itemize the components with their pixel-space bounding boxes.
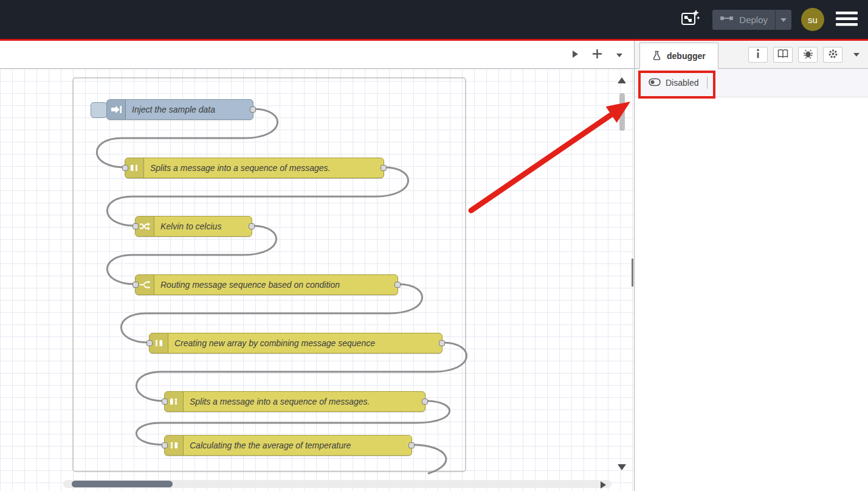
workbench: Inject the sample dataSplits a message i… — [0, 41, 868, 491]
output-port[interactable] — [408, 442, 415, 448]
deploy-button[interactable]: Deploy — [712, 10, 791, 30]
nodes-layer: Inject the sample dataSplits a message i… — [0, 69, 634, 491]
input-port[interactable] — [133, 223, 139, 229]
scroll-right-arrow-icon[interactable] — [601, 481, 606, 489]
sidebar-header: debugger — [635, 41, 868, 69]
input-port[interactable] — [146, 340, 153, 346]
tab-scroll-right-button[interactable] — [571, 49, 580, 61]
tab-debugger[interactable]: debugger — [639, 43, 718, 69]
flow-node-change[interactable]: Kelvin to celcius — [135, 216, 252, 237]
node-label: Inject the sample data — [126, 100, 253, 119]
bug-icon — [803, 49, 813, 61]
node-red-app: Deploy su Inject the sample dataSplits a… — [0, 0, 868, 491]
plus-icon — [592, 49, 602, 61]
output-port[interactable] — [422, 399, 428, 405]
book-icon — [777, 49, 788, 60]
output-port[interactable] — [250, 106, 256, 113]
settings-button[interactable] — [823, 47, 842, 63]
sidebar-options-button[interactable] — [849, 47, 864, 63]
flow-node-split[interactable]: Splits a message into a sequence of mess… — [125, 158, 384, 178]
node-label: Creating new array by combining message … — [168, 333, 442, 353]
debug-button[interactable] — [798, 47, 818, 63]
chevron-down-icon — [616, 50, 623, 60]
add-flow-button[interactable] — [591, 47, 604, 62]
info-icon — [756, 49, 760, 60]
chevron-down-icon — [853, 50, 860, 59]
docs-button[interactable] — [773, 47, 793, 63]
flow-node-inject[interactable]: Inject the sample data — [106, 99, 253, 120]
output-port[interactable] — [394, 282, 401, 288]
disabled-label: Disabled — [666, 78, 698, 88]
flow-node-join[interactable]: Creating new array by combining message … — [149, 333, 443, 353]
caret-down-icon — [780, 14, 787, 25]
inject-run-button[interactable] — [91, 102, 107, 118]
info-button[interactable] — [748, 47, 768, 63]
flow-node-split[interactable]: Splits a message into a sequence of mess… — [164, 391, 425, 412]
toggle-icon — [649, 78, 661, 88]
header: Deploy su — [0, 0, 868, 39]
sidebar: debugger Disabled — [634, 41, 868, 491]
input-port[interactable] — [133, 282, 139, 288]
vertical-scrollbar-thumb[interactable] — [619, 93, 625, 131]
sidebar-buttons — [748, 47, 842, 63]
play-icon — [572, 50, 579, 60]
output-port[interactable] — [249, 223, 255, 229]
input-port[interactable] — [162, 442, 168, 448]
sidebar-splitter[interactable] — [632, 259, 633, 287]
deploy-icon — [720, 13, 734, 26]
ai-flow-icon — [680, 9, 700, 31]
user-avatar[interactable]: su — [801, 8, 824, 31]
input-port[interactable] — [162, 399, 168, 405]
main-menu-button[interactable] — [834, 7, 859, 32]
flow-node-join[interactable]: Calculating the the average of temperatu… — [164, 435, 412, 456]
node-label: Routing message sequence based on condit… — [154, 275, 398, 294]
inject-icon — [107, 100, 126, 119]
debugger-disabled-toggle[interactable]: Disabled — [642, 73, 714, 92]
node-label: Splits a message into a sequence of mess… — [144, 158, 384, 178]
gear-icon — [828, 49, 838, 61]
node-label: Calculating the the average of temperatu… — [184, 436, 412, 455]
deploy-options-button[interactable] — [776, 10, 791, 30]
debugger-toolbar: Disabled — [635, 69, 868, 97]
header-actions: Deploy su — [677, 0, 859, 39]
flow-canvas[interactable]: Inject the sample dataSplits a message i… — [0, 69, 634, 491]
sidebar-tab-label: debugger — [667, 51, 706, 61]
output-port[interactable] — [381, 165, 387, 171]
output-port[interactable] — [439, 340, 445, 346]
flow-node-switch[interactable]: Routing message sequence based on condit… — [135, 274, 398, 295]
deploy-label: Deploy — [739, 15, 768, 25]
ai-flow-button[interactable] — [677, 7, 703, 32]
hamburger-icon — [836, 11, 858, 29]
workspace-tabbar — [0, 41, 634, 69]
node-label: Splits a message into a sequence of mess… — [184, 392, 425, 411]
flask-icon — [652, 50, 661, 62]
input-port[interactable] — [122, 165, 128, 171]
tabbar-actions — [571, 41, 624, 69]
workspace: Inject the sample dataSplits a message i… — [0, 41, 634, 491]
button-divider — [707, 77, 708, 89]
horizontal-scrollbar[interactable] — [63, 480, 611, 488]
scroll-down-arrow-icon[interactable] — [618, 464, 626, 470]
node-label: Kelvin to celcius — [154, 217, 252, 236]
horizontal-scrollbar-thumb[interactable] — [72, 481, 173, 487]
debugger-panel-content — [635, 97, 868, 490]
flow-list-button[interactable] — [615, 49, 624, 61]
scroll-up-arrow-icon[interactable] — [618, 77, 626, 83]
